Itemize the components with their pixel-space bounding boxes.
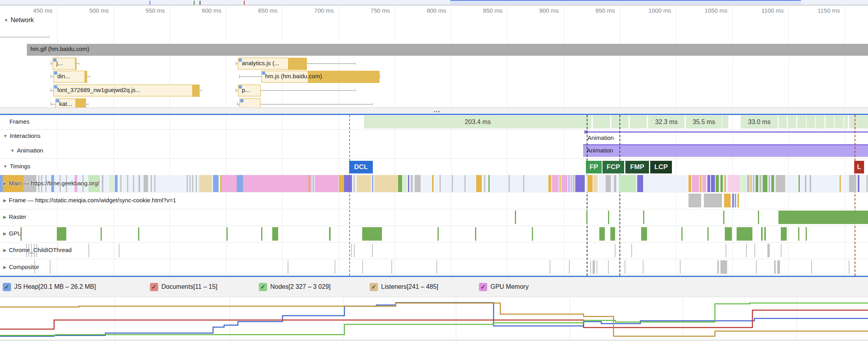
main-activity-segment[interactable]	[720, 175, 723, 192]
timings-expander-icon[interactable]: ▼	[3, 164, 7, 169]
compositor-activity-segment[interactable]	[362, 260, 363, 274]
gpu-activity-segment[interactable]	[475, 227, 476, 241]
compositor-activity-segment[interactable]	[335, 260, 335, 274]
io-activity-segment[interactable]	[119, 244, 120, 257]
main-activity-segment[interactable]	[464, 175, 466, 192]
frame-duration-segment[interactable]	[593, 115, 610, 128]
main-activity-segment[interactable]	[805, 175, 806, 192]
raster-expander-icon[interactable]: ▶	[3, 215, 6, 220]
compositor-activity-segment[interactable]	[288, 260, 288, 274]
main-activity-segment[interactable]	[196, 175, 197, 192]
frame-activity-segment[interactable]	[735, 194, 736, 207]
raster-activity-segment[interactable]	[515, 211, 516, 224]
frame-duration-segment[interactable]	[778, 115, 787, 128]
main-activity-segment[interactable]	[120, 175, 122, 192]
main-activity-segment[interactable]	[571, 175, 572, 192]
main-activity-segment[interactable]	[488, 175, 490, 192]
compositor-activity-segment[interactable]	[756, 260, 757, 274]
minimap-selection-window[interactable]	[450, 0, 801, 5]
main-activity-segment[interactable]	[728, 175, 740, 192]
main-activity-segment[interactable]	[440, 175, 441, 192]
gpu-activity-segment[interactable]	[707, 227, 709, 241]
main-activity-segment[interactable]	[315, 175, 339, 192]
main-activity-segment[interactable]	[372, 175, 373, 192]
main-activity-segment[interactable]	[866, 175, 868, 192]
raster-activity-segment[interactable]	[643, 211, 644, 224]
main-activity-segment[interactable]	[354, 175, 355, 192]
main-activity-segment[interactable]	[750, 175, 752, 192]
main-activity-segment[interactable]	[312, 175, 314, 192]
gpu-activity-segment[interactable]	[272, 227, 278, 241]
compositor-activity-segment[interactable]	[569, 260, 570, 274]
main-activity-segment[interactable]	[849, 175, 856, 192]
main-activity-segment[interactable]	[374, 175, 398, 192]
main-activity-segment[interactable]	[552, 175, 559, 192]
gpu-activity-segment[interactable]	[781, 227, 787, 241]
main-activity-segment[interactable]	[213, 175, 219, 192]
gpu-activity-segment[interactable]	[438, 227, 439, 241]
interaction-animation-bar[interactable]	[584, 131, 868, 133]
gpu-activity-segment[interactable]	[329, 227, 331, 241]
frame-duration-segment[interactable]	[844, 115, 848, 128]
compositor-activity-segment[interactable]	[436, 260, 437, 274]
frame-activity-segment[interactable]	[688, 194, 701, 207]
compositor-activity-segment[interactable]	[625, 260, 625, 274]
main-activity-segment[interactable]	[688, 175, 691, 192]
animations-expander-icon[interactable]: ▼	[10, 148, 15, 153]
gpu-activity-segment[interactable]	[57, 227, 66, 241]
frame-duration-segment[interactable]	[797, 115, 806, 128]
gpu-activity-segment[interactable]	[725, 227, 732, 241]
frame-duration-segment[interactable]	[722, 115, 728, 128]
main-activity-segment[interactable]	[587, 175, 593, 192]
network-collapse-icon[interactable]: ▼	[4, 18, 8, 23]
gpu-activity-segment[interactable]	[362, 227, 382, 241]
main-activity-segment[interactable]	[769, 175, 770, 192]
compositor-expander-icon[interactable]: ▶	[3, 265, 6, 270]
counter-legend-item[interactable]: ✓Listeners[241 – 485]	[370, 282, 438, 292]
main-activity-segment[interactable]	[799, 175, 800, 192]
main-activity-segment[interactable]	[154, 175, 155, 192]
main-activity-segment[interactable]	[707, 175, 710, 192]
network-request-bar[interactable]: hm.js (hm.baidu.com)	[261, 71, 379, 83]
main-activity-segment[interactable]	[109, 175, 114, 192]
main-activity-segment[interactable]	[776, 175, 785, 192]
raster-activity-segment[interactable]	[608, 211, 609, 224]
counter-checkbox[interactable]: ✓	[259, 283, 267, 291]
raster-activity-segment[interactable]	[778, 211, 868, 224]
main-activity-segment[interactable]	[357, 175, 371, 192]
main-activity-segment[interactable]	[760, 175, 761, 192]
timing-marker-lcp[interactable]: LCP	[650, 161, 672, 173]
gpu-activity-segment[interactable]	[610, 227, 615, 241]
gpu-activity-segment[interactable]	[138, 227, 139, 241]
network-request-bar[interactable]: font_372689_nw1guejwd2q.js...	[53, 85, 199, 96]
main-activity-segment[interactable]	[568, 175, 570, 192]
main-activity-segment[interactable]	[0, 175, 3, 192]
frame-duration-segment[interactable]: 35.5 ms	[686, 115, 722, 128]
frame-activity-segment[interactable]	[704, 194, 722, 207]
main-activity-segment[interactable]	[840, 175, 841, 192]
main-activity-segment[interactable]	[339, 175, 344, 192]
io-activity-segment[interactable]	[372, 244, 373, 257]
gpu-activity-segment[interactable]	[681, 227, 683, 241]
gpu-activity-segment[interactable]	[599, 227, 605, 241]
main-activity-segment[interactable]	[138, 175, 140, 192]
main-activity-segment[interactable]	[771, 175, 774, 192]
compositor-activity-segment[interactable]	[643, 260, 644, 274]
main-activity-segment[interactable]	[187, 175, 188, 192]
main-activity-segment[interactable]	[237, 175, 243, 192]
network-request-bar[interactable]: analytics.js (...	[238, 58, 307, 70]
counter-checkbox[interactable]: ✓	[479, 283, 487, 291]
frame-duration-segment[interactable]	[630, 115, 647, 128]
pane-resize-handle-icon[interactable]: …	[428, 106, 446, 114]
frame-duration-segment[interactable]	[806, 115, 815, 128]
main-activity-segment[interactable]	[858, 175, 859, 192]
counter-legend-item[interactable]: ✓Nodes[2 327 – 3 029]	[259, 282, 331, 292]
gpu-activity-segment[interactable]	[226, 227, 228, 241]
compositor-activity-segment[interactable]	[849, 260, 849, 274]
counter-legend-item[interactable]: ✓Documents[11 – 15]	[150, 282, 217, 292]
frame-duration-segment[interactable]	[816, 115, 825, 128]
main-activity-segment[interactable]	[192, 175, 193, 192]
network-request-bar[interactable]: din...	[53, 71, 87, 83]
main-activity-segment[interactable]	[452, 175, 453, 192]
compositor-activity-segment[interactable]	[391, 260, 392, 274]
